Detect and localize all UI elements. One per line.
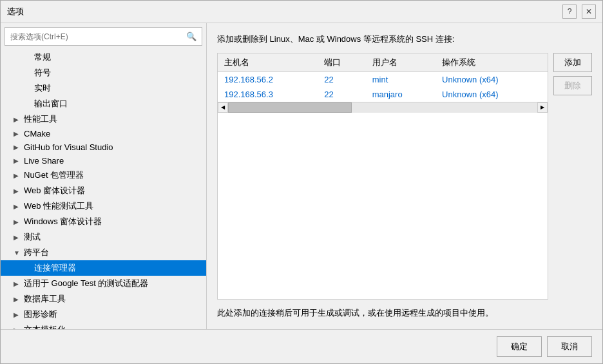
- tree-item-label: Windows 窗体设计器: [24, 216, 102, 227]
- tree-item-label: CMake: [24, 129, 50, 139]
- expand-arrow: ▶: [14, 234, 21, 241]
- cell-port: 22: [318, 87, 365, 102]
- tree-item-web-perf[interactable]: ▶Web 性能测试工具: [1, 198, 206, 214]
- col-port: 端口: [318, 53, 365, 72]
- tree-item-web-designer[interactable]: ▶Web 窗体设计器: [1, 183, 206, 198]
- dialog-body: 🔍 常规符号实时输出窗口▶性能工具▶CMake▶GitHub for Visua…: [1, 23, 602, 329]
- tree-item-label: NuGet 包管理器: [24, 169, 84, 181]
- table-row[interactable]: 192.168.56.222mintUnknown (x64): [218, 72, 548, 88]
- scroll-thumb[interactable]: [228, 102, 352, 113]
- help-button[interactable]: ?: [562, 5, 577, 19]
- col-os: 操作系统: [436, 53, 548, 72]
- add-button[interactable]: 添加: [553, 53, 592, 72]
- tree-item-label: 测试: [24, 231, 41, 243]
- tree-item-label: 连接管理器: [34, 262, 76, 274]
- tree-item-label: 性能工具: [24, 113, 57, 125]
- expand-arrow: ▶: [14, 218, 21, 225]
- cell-username: mint: [366, 72, 436, 88]
- expand-arrow: ▶: [14, 130, 21, 137]
- col-username: 用户名: [366, 53, 436, 72]
- actions-column: 添加 删除: [553, 53, 592, 300]
- ssh-table-wrapper: 主机名 端口 用户名 操作系统 192.168.56.222mintUnknow…: [217, 53, 548, 300]
- scroll-track[interactable]: [228, 102, 537, 113]
- cell-username: manjaro: [366, 87, 436, 102]
- expand-arrow: ▶: [14, 311, 21, 318]
- tree-item-symbols[interactable]: 符号: [1, 65, 206, 81]
- cell-os: Unknown (x64): [436, 72, 548, 88]
- dialog-title: 选项: [7, 6, 24, 17]
- dialog-footer: 确定 取消: [1, 329, 602, 363]
- search-input[interactable]: [10, 32, 186, 41]
- tree-item-realtime[interactable]: 实时: [1, 81, 206, 96]
- tree-item-label: Web 性能测试工具: [24, 200, 93, 212]
- expand-arrow: ▶: [14, 280, 21, 287]
- tree-container[interactable]: 常规符号实时输出窗口▶性能工具▶CMake▶GitHub for Visual …: [1, 50, 206, 329]
- horizontal-scrollbar[interactable]: ◀ ▶: [218, 102, 548, 112]
- expand-arrow: ▶: [14, 187, 21, 195]
- right-panel: 添加或删除到 Linux、Mac 或 Windows 等远程系统的 SSH 连接…: [207, 23, 602, 329]
- cell-hostname: 192.168.56.2: [218, 72, 318, 88]
- close-button[interactable]: ✕: [582, 5, 596, 19]
- expand-arrow: ▶: [14, 116, 21, 123]
- tree-item-cmake[interactable]: ▶CMake: [1, 127, 206, 140]
- tree-item-perf-tools[interactable]: ▶性能工具: [1, 111, 206, 127]
- cell-port: 22: [318, 72, 365, 88]
- cancel-button[interactable]: 取消: [547, 336, 592, 357]
- tree-item-label: Live Share: [24, 156, 64, 166]
- tree-item-label: 跨平台: [24, 247, 49, 258]
- search-icon[interactable]: 🔍: [186, 32, 196, 41]
- expand-arrow: ▼: [14, 249, 21, 256]
- options-dialog: 选项 ? ✕ 🔍 常规符号实时输出窗口▶性能工具▶CMake▶GitHub fo…: [0, 0, 603, 364]
- tree-item-github-vs[interactable]: ▶GitHub for Visual Studio: [1, 140, 206, 154]
- expand-arrow: ▶: [14, 296, 21, 303]
- tree-item-general[interactable]: 常规: [1, 50, 206, 65]
- ssh-section: 主机名 端口 用户名 操作系统 192.168.56.222mintUnknow…: [217, 53, 592, 300]
- tree-item-label: 数据库工具: [24, 293, 66, 305]
- tree-item-label: 输出窗口: [34, 98, 68, 110]
- tree-item-db-tools[interactable]: ▶数据库工具: [1, 291, 206, 307]
- search-box[interactable]: 🔍: [5, 27, 202, 46]
- title-bar-buttons: ? ✕: [562, 5, 596, 19]
- confirm-button[interactable]: 确定: [497, 336, 542, 357]
- tree-item-label: GitHub for Visual Studio: [24, 142, 113, 152]
- table-row[interactable]: 192.168.56.322manjaroUnknown (x64): [218, 87, 548, 102]
- tree-item-label: 文本模板化,: [24, 324, 68, 329]
- right-header: 添加或删除到 Linux、Mac 或 Windows 等远程系统的 SSH 连接…: [217, 34, 592, 45]
- tree-item-output-window[interactable]: 输出窗口: [1, 96, 206, 111]
- delete-button[interactable]: 删除: [553, 76, 592, 95]
- cell-hostname: 192.168.56.3: [218, 87, 318, 102]
- tree-item-windows-designer[interactable]: ▶Windows 窗体设计器: [1, 214, 206, 229]
- tree-item-test[interactable]: ▶测试: [1, 229, 206, 245]
- tree-item-label: 常规: [34, 52, 51, 63]
- footer-description: 此处添加的连接稍后可用于生成或调试，或在使用远程生成的项目中使用。: [217, 307, 592, 319]
- tree-item-label: 符号: [34, 67, 51, 79]
- expand-arrow: ▶: [14, 157, 21, 164]
- tree-item-cross-platform[interactable]: ▼跨平台: [1, 245, 206, 260]
- expand-arrow: ▶: [14, 144, 21, 151]
- tree-item-label: 适用于 Google Test 的测试适配器: [24, 278, 148, 289]
- tree-item-connection-manager[interactable]: 连接管理器: [1, 260, 206, 276]
- tree-item-label: Web 窗体设计器: [24, 185, 85, 196]
- scroll-right-arrow[interactable]: ▶: [537, 102, 548, 113]
- tree-item-live-share[interactable]: ▶Live Share: [1, 154, 206, 168]
- expand-arrow: ▶: [14, 203, 21, 210]
- left-panel: 🔍 常规符号实时输出窗口▶性能工具▶CMake▶GitHub for Visua…: [1, 23, 207, 329]
- tree-item-label: 图形诊断: [24, 309, 57, 320]
- tree-item-graphics[interactable]: ▶图形诊断: [1, 307, 206, 322]
- ssh-table: 主机名 端口 用户名 操作系统 192.168.56.222mintUnknow…: [218, 53, 548, 102]
- cell-os: Unknown (x64): [436, 87, 548, 102]
- scroll-left-arrow[interactable]: ◀: [218, 102, 228, 113]
- tree-item-google-test[interactable]: ▶适用于 Google Test 的测试适配器: [1, 276, 206, 291]
- col-hostname: 主机名: [218, 53, 318, 72]
- title-bar: 选项 ? ✕: [1, 1, 602, 23]
- tree-item-nuget[interactable]: ▶NuGet 包管理器: [1, 168, 206, 183]
- expand-arrow: ▶: [14, 172, 21, 179]
- tree-item-text-template[interactable]: ▶文本模板化,: [1, 322, 206, 329]
- tree-item-label: 实时: [34, 82, 51, 94]
